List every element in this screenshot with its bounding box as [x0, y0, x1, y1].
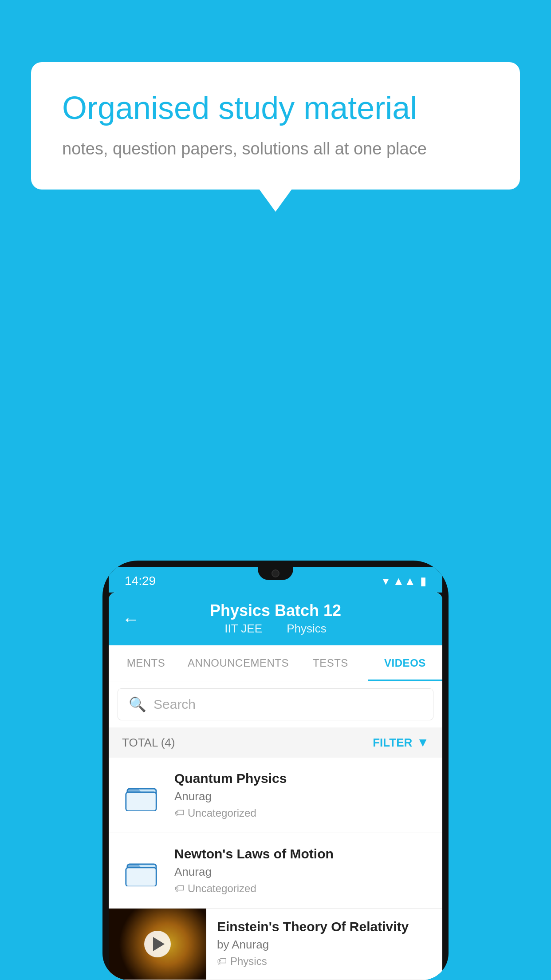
video-list: Quantum Physics Anurag 🏷 Uncategorized	[109, 758, 442, 980]
video-tag-newton: 🏷 Uncategorized	[174, 882, 432, 895]
video-info-einstein: Einstein's Theory Of Relativity by Anura…	[206, 909, 442, 975]
phone-wrapper: 14:29 ▾ ▲▲ ▮ ← Physics Batch 12 IIT JEE …	[102, 561, 449, 980]
phone-notch	[258, 567, 293, 580]
video-author-newton: Anurag	[174, 865, 432, 879]
video-info-quantum: Quantum Physics Anurag 🏷 Uncategorized	[174, 771, 432, 819]
video-item-newton[interactable]: Newton's Laws of Motion Anurag 🏷 Uncateg…	[109, 833, 442, 909]
subtitle-iit: IIT JEE	[224, 622, 262, 635]
folder-icon-container	[119, 780, 164, 811]
play-triangle-icon	[153, 937, 165, 951]
speech-bubble-container: Organised study material notes, question…	[31, 62, 520, 190]
tabs-bar: MENTS ANNOUNCEMENTS TESTS VIDEOS	[109, 645, 442, 681]
phone-screen: ← Physics Batch 12 IIT JEE Physics MENTS…	[109, 593, 442, 980]
search-bar[interactable]: 🔍 Search	[118, 688, 433, 720]
video-title-quantum: Quantum Physics	[174, 771, 432, 786]
folder-icon	[125, 780, 158, 811]
play-button[interactable]	[144, 931, 171, 957]
bubble-subtitle: notes, question papers, solutions all at…	[62, 139, 489, 158]
tab-ments[interactable]: MENTS	[109, 645, 183, 681]
battery-icon: ▮	[420, 574, 426, 588]
speech-bubble: Organised study material notes, question…	[31, 62, 520, 190]
camera	[272, 569, 279, 577]
search-icon: 🔍	[129, 696, 146, 713]
folder-icon-container-2	[119, 855, 164, 886]
filter-funnel-icon: ▼	[417, 735, 429, 750]
video-title-einstein: Einstein's Theory Of Relativity	[217, 919, 432, 934]
subtitle-physics: Physics	[287, 622, 327, 635]
tab-tests[interactable]: TESTS	[293, 645, 368, 681]
tag-icon-3: 🏷	[217, 956, 227, 967]
video-title-newton: Newton's Laws of Motion	[174, 846, 432, 861]
status-bar: 14:29 ▾ ▲▲ ▮	[109, 567, 442, 593]
total-count: TOTAL (4)	[122, 736, 175, 750]
tab-videos[interactable]: VIDEOS	[368, 645, 442, 681]
video-item-quantum[interactable]: Quantum Physics Anurag 🏷 Uncategorized	[109, 758, 442, 833]
status-time: 14:29	[125, 574, 156, 588]
filter-button[interactable]: FILTER ▼	[373, 735, 429, 750]
video-thumbnail-einstein	[109, 909, 206, 980]
wifi-icon: ▾	[383, 574, 389, 588]
search-placeholder: Search	[153, 697, 196, 712]
app-header: ← Physics Batch 12 IIT JEE Physics	[109, 593, 442, 645]
svg-rect-5	[126, 868, 156, 886]
video-info-newton: Newton's Laws of Motion Anurag 🏷 Uncateg…	[174, 846, 432, 895]
video-tag-einstein: 🏷 Physics	[217, 955, 432, 968]
filter-bar: TOTAL (4) FILTER ▼	[109, 727, 442, 758]
header-subtitle: IIT JEE Physics	[122, 622, 429, 636]
back-button[interactable]: ←	[122, 609, 140, 629]
signal-icon: ▲▲	[393, 574, 416, 588]
svg-rect-2	[126, 792, 156, 811]
video-author-einstein: by Anurag	[217, 938, 432, 952]
tag-icon-2: 🏷	[174, 883, 184, 894]
phone-device: 14:29 ▾ ▲▲ ▮ ← Physics Batch 12 IIT JEE …	[102, 561, 449, 980]
status-icons: ▾ ▲▲ ▮	[383, 574, 426, 588]
folder-icon-2	[125, 855, 158, 886]
tab-announcements[interactable]: ANNOUNCEMENTS	[183, 645, 293, 681]
search-container: 🔍 Search	[109, 681, 442, 727]
bubble-title: Organised study material	[62, 89, 489, 127]
header-title: Physics Batch 12	[122, 601, 429, 620]
video-item-einstein[interactable]: Einstein's Theory Of Relativity by Anura…	[109, 909, 442, 980]
video-author-quantum: Anurag	[174, 790, 432, 803]
tag-icon: 🏷	[174, 807, 184, 819]
video-tag-quantum: 🏷 Uncategorized	[174, 807, 432, 819]
